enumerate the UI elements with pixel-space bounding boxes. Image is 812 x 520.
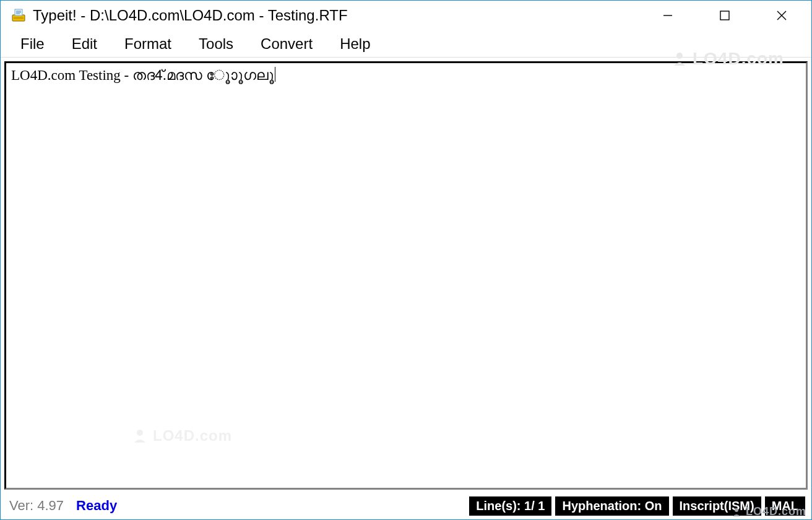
window-title: Typeit! - D:\LO4D.com\LO4D.com - Testing… xyxy=(33,7,348,24)
editor-content: LO4D.com Testing - തദ4്.മദസ ൂോൂഗലൂ xyxy=(11,67,274,83)
menu-edit[interactable]: Edit xyxy=(58,33,111,55)
status-hyphenation[interactable]: Hyphenation: On xyxy=(555,496,668,516)
app-icon xyxy=(11,7,27,24)
menu-format[interactable]: Format xyxy=(111,33,185,55)
close-button[interactable] xyxy=(753,1,810,30)
app-window: Typeit! - D:\LO4D.com\LO4D.com - Testing… xyxy=(0,0,812,520)
svg-rect-1 xyxy=(14,17,24,19)
menu-help[interactable]: Help xyxy=(326,33,384,55)
menu-convert[interactable]: Convert xyxy=(247,33,326,55)
status-version: Ver: 4.97 xyxy=(9,498,64,514)
status-language[interactable]: MAL xyxy=(765,496,805,516)
window-controls xyxy=(639,1,810,30)
text-editor[interactable]: LO4D.com Testing - തദ4്.മദസ ൂോൂഗലൂ xyxy=(4,61,808,490)
editor-container: LO4D.com Testing - തദ4്.മദസ ൂോൂഗലൂ xyxy=(1,58,811,495)
text-cursor xyxy=(275,67,275,82)
menu-file[interactable]: File xyxy=(7,33,58,55)
minimize-button[interactable] xyxy=(639,1,696,30)
status-lines[interactable]: Line(s): 1/ 1 xyxy=(469,496,551,516)
status-ready: Ready xyxy=(76,498,117,514)
menu-tools[interactable]: Tools xyxy=(185,33,247,55)
svg-rect-7 xyxy=(720,11,729,20)
maximize-button[interactable] xyxy=(696,1,753,30)
menubar: File Edit Format Tools Convert Help xyxy=(1,30,811,58)
titlebar: Typeit! - D:\LO4D.com\LO4D.com - Testing… xyxy=(1,1,811,30)
statusbar: Ver: 4.97 Ready Line(s): 1/ 1 Hyphenatio… xyxy=(1,495,811,519)
status-input-method[interactable]: Inscript(ISM) xyxy=(673,496,761,516)
